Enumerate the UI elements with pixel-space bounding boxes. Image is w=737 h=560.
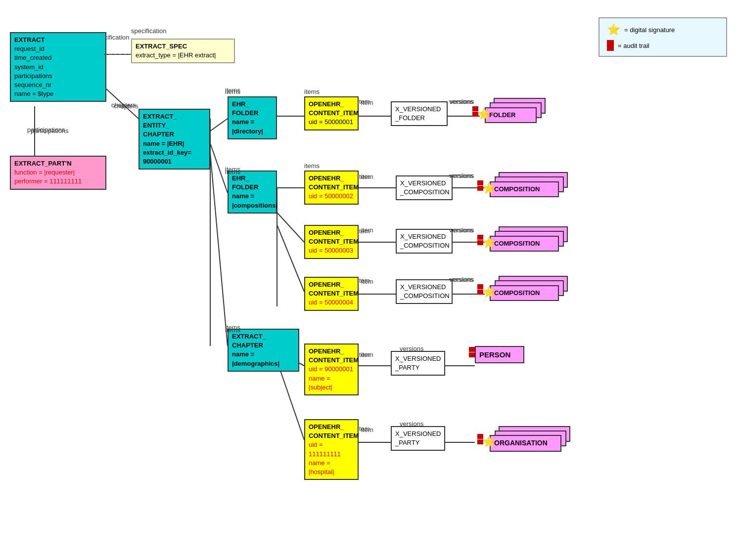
composition-2-label: COMPOSITION bbox=[494, 239, 554, 248]
svg-line-3 bbox=[210, 119, 228, 131]
comp1-star-icon: ⭐ bbox=[482, 182, 496, 195]
legend-digital-sig: ⭐ = digital signature bbox=[607, 23, 719, 36]
versions-label-5: versions bbox=[400, 345, 423, 352]
composition-3-label: COMPOSITION bbox=[494, 289, 554, 298]
extract-spec-title: EXTRACT_SPEC bbox=[136, 42, 230, 51]
x-versioned-folder-label: X_VERSIONED_FOLDER bbox=[395, 105, 443, 123]
legend-red-rect-icon bbox=[607, 40, 614, 51]
extract-chapter-name: name =|demographics| bbox=[232, 350, 295, 368]
spec-label: specification bbox=[131, 27, 167, 35]
ehr-folder-compositions-box: EHR_FOLDER name =|compositions| bbox=[228, 171, 277, 214]
organisation-label: ORGANISATION bbox=[494, 438, 557, 448]
chapters-label-override: chapters bbox=[114, 102, 138, 110]
composition-1-front: COMPOSITION bbox=[490, 181, 559, 197]
oci5-title: OPENEHR_CONTENT_ITEM bbox=[309, 347, 354, 365]
openehr-content-item-2-box: OPENEHR_CONTENT_ITEM uid = 50000002 bbox=[304, 171, 359, 205]
legend-audit-trail-label: = audit trail bbox=[618, 42, 649, 49]
oci6-name: name = |hospital| bbox=[309, 459, 354, 476]
participations-label: participations bbox=[27, 126, 65, 133]
person-label: PERSON bbox=[479, 349, 520, 360]
composition-1-label: COMPOSITION bbox=[494, 185, 554, 194]
items-label-2: items bbox=[225, 168, 240, 175]
svg-line-11 bbox=[277, 225, 304, 292]
legend-box: ⭐ = digital signature = audit trail bbox=[599, 17, 727, 57]
legend-digital-sig-label: = digital signature bbox=[624, 26, 675, 34]
oci4-uid: uid = 50000004 bbox=[309, 298, 354, 307]
items-label-5: items bbox=[304, 162, 320, 170]
legend-star-icon: ⭐ bbox=[607, 23, 620, 36]
extract-line4: participations bbox=[14, 72, 102, 81]
oci3-uid: uid = 50000003 bbox=[309, 246, 354, 255]
versions-label-4: versions bbox=[449, 276, 473, 283]
ehr-folder-dir-name: name =|directory| bbox=[232, 118, 273, 135]
items-label-1: items bbox=[225, 88, 240, 95]
extract-line6: name = $type bbox=[14, 89, 102, 98]
extract-partn-line1: function = |requester| bbox=[14, 168, 102, 177]
extract-partn-box: EXTRACT_PART'N function = |requester| pe… bbox=[10, 156, 106, 190]
x-versioned-composition-3-box: X_VERSIONED_COMPOSITION bbox=[396, 279, 453, 304]
x-versioned-composition-1-box: X_VERSIONED_COMPOSITION bbox=[396, 175, 453, 200]
extract-entity-chapter-id: 90000001 bbox=[143, 157, 206, 166]
folder-label: FOLDER bbox=[489, 111, 532, 120]
dashed-line-svg bbox=[104, 49, 134, 59]
ehr-folder-comp-title: EHR_FOLDER bbox=[232, 174, 273, 192]
x-versioned-composition-2-box: X_VERSIONED_COMPOSITION bbox=[396, 229, 453, 254]
x-versioned-party-2-box: X_VERSIONED_PARTY bbox=[391, 426, 445, 451]
oci3-title: OPENEHR_CONTENT_ITEM bbox=[309, 228, 354, 246]
oci2-title: OPENEHR_CONTENT_ITEM bbox=[309, 174, 354, 192]
openehr-content-item-5-box: OPENEHR_CONTENT_ITEM uid = 90000001 name… bbox=[304, 344, 359, 395]
openehr-content-item-6-box: OPENEHR_CONTENT_ITEM uid = 111111111 nam… bbox=[304, 419, 359, 480]
oci5-uid: uid = 90000001 bbox=[309, 365, 354, 374]
versions-label-2: versions bbox=[449, 172, 473, 179]
xvc2-label: X_VERSIONED_COMPOSITION bbox=[400, 232, 448, 250]
svg-line-10 bbox=[277, 213, 304, 242]
extract-box: EXTRACT request_id time_created system_i… bbox=[10, 32, 106, 102]
xvp1-label: X_VERSIONED_PARTY bbox=[395, 354, 441, 372]
item-label-1: item bbox=[361, 99, 373, 106]
comp2-star-icon: ⭐ bbox=[482, 236, 496, 249]
oci6-uid: uid = 111111111 bbox=[309, 440, 354, 458]
item-label-2: item bbox=[361, 173, 373, 180]
versions-label-6: versions bbox=[400, 420, 423, 428]
item-label-5: item bbox=[361, 351, 373, 358]
ehr-folder-dir-title: EHR_FOLDER bbox=[232, 100, 273, 118]
ehr-folder-directory-box: EHR_FOLDER name =|directory| bbox=[228, 96, 277, 139]
comp3-star-icon: ⭐ bbox=[482, 286, 496, 299]
extract-partn-title: EXTRACT_PART'N bbox=[14, 159, 102, 168]
versions-label-1: versions bbox=[449, 98, 473, 105]
xvp2-label: X_VERSIONED_PARTY bbox=[395, 430, 441, 447]
organisation-front: ORGANISATION bbox=[490, 435, 561, 452]
openehr-content-item-4-box: OPENEHR_CONTENT_ITEM uid = 50000004 bbox=[304, 277, 359, 311]
extract-line3: system_id bbox=[14, 63, 102, 72]
oci4-title: OPENEHR_CONTENT_ITEM bbox=[309, 280, 354, 298]
extract-line1: request_id bbox=[14, 44, 102, 53]
svg-line-5 bbox=[210, 153, 228, 346]
folder-front-box: FOLDER bbox=[485, 107, 537, 123]
item-label-3: item bbox=[361, 226, 373, 234]
svg-line-19 bbox=[277, 361, 304, 440]
diagram-container: specification chapters participations it… bbox=[0, 0, 737, 560]
xvc3-label: X_VERSIONED_COMPOSITION bbox=[400, 283, 448, 301]
extract-entity-chapter-name: name = |EHR| bbox=[143, 139, 206, 148]
extract-partn-line2: performer = 111111111 bbox=[14, 177, 102, 186]
extract-entity-chapter-key: extract_id_key= bbox=[143, 148, 206, 157]
openehr-content-item-3-box: OPENEHR_CONTENT_ITEM uid = 50000003 bbox=[304, 225, 359, 259]
x-versioned-party-1-box: X_VERSIONED_PARTY bbox=[391, 351, 445, 376]
person-audit-icon bbox=[469, 347, 475, 357]
extract-entity-chapter-box: EXTRACT_ENTITY_CHAPTER name = |EHR| extr… bbox=[138, 109, 210, 170]
xvc1-label: X_VERSIONED_COMPOSITION bbox=[400, 179, 448, 197]
extract-entity-chapter-title: EXTRACT_ENTITY_CHAPTER bbox=[143, 112, 206, 139]
extract-spec-box: EXTRACT_SPEC extract_type = |EHR extract… bbox=[131, 39, 235, 63]
x-versioned-folder-box: X_VERSIONED_FOLDER bbox=[391, 101, 448, 126]
oci2-uid: uid = 50000002 bbox=[309, 192, 354, 201]
extract-line5: sequence_nr bbox=[14, 81, 102, 89]
oci1-title: OPENEHR_CONTENT_ITEM bbox=[309, 100, 354, 118]
extract-chapter-title: EXTRACT_CHAPTER bbox=[232, 332, 295, 350]
oci1-uid: uid = 50000001 bbox=[309, 118, 354, 127]
items-label-3: items bbox=[225, 326, 240, 334]
item-label-4: item bbox=[361, 278, 373, 285]
extract-spec-line: extract_type = |EHR extract| bbox=[136, 51, 230, 60]
extract-chapter-box: EXTRACT_CHAPTER name =|demographics| bbox=[228, 329, 299, 372]
folder-star-icon: ⭐ bbox=[477, 108, 491, 121]
oci6-title: OPENEHR_CONTENT_ITEM bbox=[309, 423, 354, 440]
